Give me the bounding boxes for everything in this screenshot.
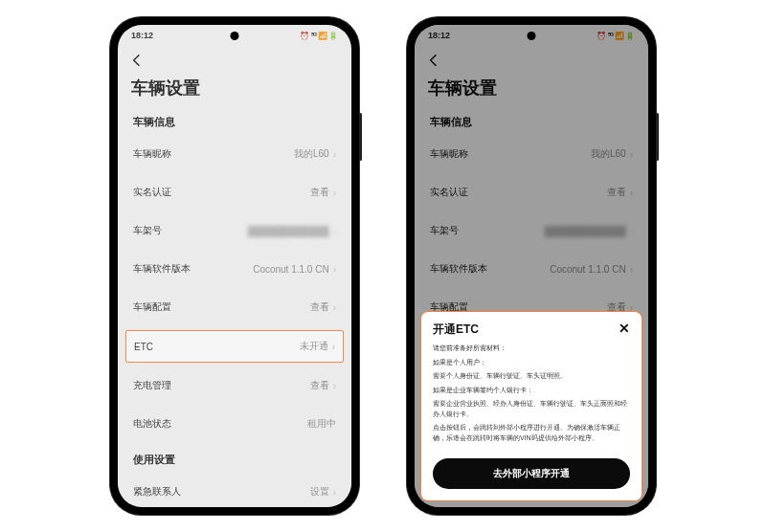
row-value: 查看 bbox=[310, 186, 329, 199]
row-battery[interactable]: 电池状态 租用中 bbox=[127, 409, 342, 439]
chevron-right-icon: › bbox=[333, 226, 336, 236]
row-value: 租用中 bbox=[307, 417, 336, 431]
row-label: 充电管理 bbox=[133, 379, 171, 392]
row-emergency[interactable]: 紧急联系人 设置› bbox=[127, 477, 342, 507]
back-icon[interactable] bbox=[129, 53, 145, 68]
row-value: Coconut 1.1.0 CN bbox=[253, 264, 329, 275]
row-label: 车辆软件版本 bbox=[133, 262, 191, 276]
sheet-text: 请您前准备好所需材料： bbox=[433, 344, 630, 354]
row-label: 电池状态 bbox=[133, 417, 171, 431]
status-time: 18:12 bbox=[131, 31, 153, 40]
sheet-text: 需要企业营业执照、经办人身份证、车辆行驶证、车头正面照和经办人银行卡。 bbox=[433, 399, 630, 419]
row-label: ETC bbox=[134, 342, 153, 352]
nav-bar bbox=[118, 46, 351, 75]
section-usage: 使用设置 bbox=[127, 447, 342, 469]
front-camera bbox=[231, 32, 239, 40]
row-value: 查看 bbox=[310, 300, 329, 314]
screen-right: 18:12 ⏰ ⁵ᴳ 📶 🔋 车辆设置 车辆信息 车辆昵称 我的L60› 实名认… bbox=[415, 25, 648, 507]
sheet-body: 请您前准备好所需材料： 如果是个人用户： 需要个人身份证、车辆行驶证、车头证明照… bbox=[433, 344, 630, 447]
chevron-right-icon: › bbox=[333, 188, 336, 198]
sheet-text: 如果是个人用户： bbox=[433, 358, 630, 368]
row-value: 查看 bbox=[310, 379, 329, 392]
phone-right: 18:12 ⏰ ⁵ᴳ 📶 🔋 车辆设置 车辆信息 车辆昵称 我的L60› 实名认… bbox=[407, 17, 656, 515]
chevron-right-icon: › bbox=[333, 149, 336, 160]
phone-left: 18:12 ⏰ ⁵ᴳ 📶 🔋 车辆设置 车辆信息 车辆昵称 我的L60› 实名认… bbox=[110, 17, 359, 515]
sheet-text: 需要个人身份证、车辆行驶证、车头证明照。 bbox=[433, 371, 630, 382]
row-vin[interactable]: 车架号 ████████████› bbox=[127, 215, 342, 246]
close-icon[interactable]: ✕ bbox=[619, 321, 630, 335]
chevron-right-icon: › bbox=[333, 302, 336, 313]
page-title: 车辆设置 bbox=[118, 75, 351, 109]
screen-left: 18:12 ⏰ ⁵ᴳ 📶 🔋 车辆设置 车辆信息 车辆昵称 我的L60› 实名认… bbox=[118, 25, 351, 507]
row-label: 车辆昵称 bbox=[133, 147, 171, 161]
section-vehicle-info: 车辆信息 bbox=[127, 109, 342, 131]
row-value: ████████████ bbox=[248, 226, 329, 236]
row-label: 车辆配置 bbox=[133, 300, 171, 314]
sheet-title: 开通ETC bbox=[433, 321, 479, 338]
row-label: 紧急联系人 bbox=[133, 485, 181, 499]
row-etc[interactable]: ETC 未开通› bbox=[125, 330, 344, 363]
row-charge[interactable]: 充电管理 查看› bbox=[127, 370, 342, 401]
chevron-right-icon: › bbox=[333, 264, 336, 275]
sheet-text: 如果是企业车辆签约个人银行卡： bbox=[433, 386, 630, 396]
row-software-version[interactable]: 车辆软件版本 Coconut 1.1.0 CN› bbox=[127, 254, 342, 284]
chevron-right-icon: › bbox=[333, 381, 336, 391]
open-external-miniprogram-button[interactable]: 去外部小程序开通 bbox=[433, 458, 630, 489]
status-icons: ⏰ ⁵ᴳ 📶 🔋 bbox=[300, 32, 338, 40]
row-value: 未开通 bbox=[300, 340, 328, 353]
sheet-text: 点击按钮后，会跳转到外部小程序进行开通。为确保激活车辆正确，乐道会在跳转时将车辆… bbox=[433, 423, 630, 443]
row-value: 我的L60 bbox=[294, 147, 329, 161]
front-camera bbox=[528, 32, 536, 40]
etc-bottom-sheet: 开通ETC ✕ 请您前准备好所需材料： 如果是个人用户： 需要个人身份证、车辆行… bbox=[420, 311, 642, 501]
chevron-right-icon: › bbox=[333, 487, 336, 498]
row-value: 设置 bbox=[310, 485, 329, 499]
row-label: 实名认证 bbox=[133, 186, 171, 199]
row-nickname[interactable]: 车辆昵称 我的L60› bbox=[127, 139, 342, 169]
chevron-right-icon: › bbox=[332, 342, 335, 352]
row-config[interactable]: 车辆配置 查看› bbox=[127, 292, 342, 322]
content: 车辆信息 车辆昵称 我的L60› 实名认证 查看› 车架号 ██████████… bbox=[118, 109, 351, 507]
row-realname[interactable]: 实名认证 查看› bbox=[127, 177, 342, 208]
row-label: 车架号 bbox=[133, 224, 162, 237]
